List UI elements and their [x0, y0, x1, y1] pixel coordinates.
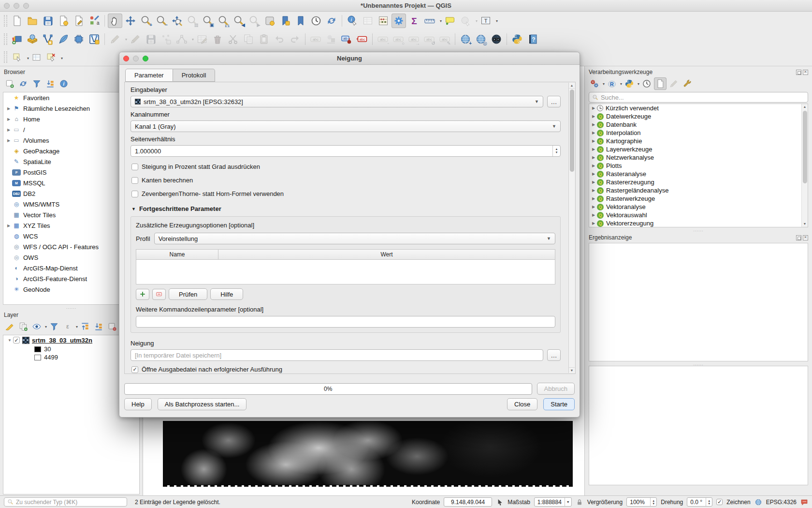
expand-arrow-icon[interactable]: ▶ [590, 213, 597, 217]
add-db-layer-button[interactable] [72, 32, 86, 46]
metasearch-new-button[interactable]: + [458, 32, 473, 46]
expand-arrow-icon[interactable]: ▶ [5, 128, 12, 132]
validate-button[interactable]: Prüfen [169, 288, 207, 300]
expand-arrow-icon[interactable]: ▶ [590, 221, 597, 225]
toolbar-drag-handle[interactable] [4, 33, 7, 45]
expand-arrow-icon[interactable]: ▶ [590, 164, 597, 168]
output-browse-button[interactable]: … [547, 349, 561, 361]
statistical-summary-button[interactable] [407, 14, 421, 28]
dialog-scrollbar[interactable]: ▲ ▼ [568, 83, 575, 373]
expand-arrow-icon[interactable]: ▶ [590, 180, 597, 184]
spin-arrows[interactable]: ▲▼ [552, 146, 560, 156]
scale-combo[interactable]: 1:888884 ▼ [534, 497, 572, 507]
scroll-down-arrow[interactable]: ▼ [569, 367, 575, 373]
processing-group[interactable]: ▶QVektorerzeugung [589, 219, 808, 227]
processing-group[interactable]: ▶QLayerwerkzeuge [589, 145, 808, 153]
zoom-out-button[interactable]: − [154, 14, 169, 28]
measure-button[interactable]: ▾ [422, 14, 442, 28]
open-output-checkbox[interactable]: ✓ [131, 366, 138, 373]
rotation-spinbox[interactable]: 0.0 ° ▲▼ [687, 497, 712, 507]
temporal-controller-button[interactable] [309, 14, 323, 28]
processing-group[interactable]: ▶QKartographie [589, 137, 808, 145]
processing-group[interactable]: ▶QPlotts [589, 162, 808, 170]
expand-arrow-icon[interactable]: ▶ [590, 205, 597, 209]
input-layer-combo[interactable]: srtm_38_03_utm32n [EPSG:32632] ▼ [130, 96, 543, 107]
collapse-all-button[interactable] [44, 77, 57, 90]
dropdown-arrow-icon[interactable]: ▾ [125, 37, 127, 42]
dropdown-arrow-icon[interactable]: ▾ [45, 325, 47, 329]
add-group-button[interactable] [17, 320, 29, 333]
new-print-layout-button[interactable] [56, 14, 71, 28]
processing-group[interactable]: ▶QInterpolation [589, 129, 808, 137]
expand-arrow-icon[interactable]: ▶ [5, 106, 12, 111]
r-scripts-button[interactable]: ▾ [606, 77, 622, 90]
zoom-full-button[interactable] [170, 14, 184, 28]
processing-group[interactable]: ▶QRastergeländeanalyse [589, 186, 808, 194]
highlight-pinned-labels-button[interactable] [355, 32, 369, 46]
expand-arrow-icon[interactable]: ▶ [590, 122, 597, 127]
processing-history-button[interactable] [640, 77, 653, 90]
dropdown-arrow-icon[interactable]: ▾ [638, 82, 639, 86]
collapse-arrow[interactable]: ▼ [6, 338, 13, 343]
pan-to-selection-button[interactable] [123, 14, 138, 28]
show-bookmarks-button[interactable] [293, 14, 308, 28]
processing-group[interactable]: ▶QDatenbank [589, 120, 808, 129]
identify-features-button[interactable] [345, 14, 360, 28]
pan-map-button[interactable] [108, 14, 122, 28]
expand-all-layers-button[interactable] [79, 320, 91, 333]
processing-group[interactable]: ▶QDateiwerkzeuge [589, 112, 808, 120]
select-features-button[interactable]: ▾ [10, 51, 29, 63]
expand-arrow-icon[interactable]: ▶ [590, 196, 597, 201]
collapse-all-layers-button[interactable] [92, 320, 105, 333]
add-vector-button[interactable] [41, 32, 55, 46]
spin-arrows[interactable]: ▲▼ [650, 498, 656, 506]
new-map-view-button[interactable] [262, 14, 277, 28]
dropdown-arrow-icon[interactable]: ▾ [496, 19, 498, 23]
add-option-button[interactable] [136, 289, 149, 300]
creation-help-button[interactable]: Hilfe [210, 288, 243, 300]
scrollbar-thumb[interactable] [803, 111, 807, 183]
processing-group[interactable]: ▶Kürzlich verwendet [589, 104, 808, 112]
toolbar-drag-handle[interactable] [4, 15, 7, 27]
run-button[interactable]: Starte [543, 398, 575, 410]
panel-splitter[interactable] [585, 227, 812, 232]
column-header-name[interactable]: Name [136, 250, 218, 259]
expand-arrow-icon[interactable]: ▶ [5, 224, 12, 228]
expand-arrow-icon[interactable]: ▶ [590, 139, 597, 143]
layer-visibility-checkbox[interactable]: ✓ [13, 337, 20, 344]
map-tips-button[interactable] [443, 14, 457, 28]
open-project-button[interactable] [25, 14, 40, 28]
band-combo[interactable]: Kanal 1 (Gray) ▼ [130, 120, 561, 132]
dropdown-arrow-icon[interactable]: ▾ [476, 19, 478, 23]
scroll-up-arrow[interactable]: ▲ [569, 83, 575, 89]
processing-group[interactable]: ▶QVektorauswahl [589, 211, 808, 219]
processing-options-button[interactable] [681, 77, 694, 90]
percent-checkbox[interactable] [131, 164, 138, 170]
extra-params-input[interactable] [136, 316, 555, 328]
scroll-up-arrow[interactable]: ▲ [802, 104, 808, 110]
zoom-in-button[interactable]: + [139, 14, 153, 28]
tab-protokoll[interactable]: Protokoll [173, 69, 216, 82]
expand-arrow-icon[interactable]: ▶ [590, 131, 597, 135]
undock-panel-icon[interactable] [796, 70, 801, 75]
help-button[interactable]: Help [124, 398, 152, 410]
processing-search-input[interactable]: Suche... [589, 92, 808, 103]
expand-arrow-icon[interactable]: ▶ [5, 138, 12, 143]
text-annotation-button[interactable]: ▾ [478, 14, 498, 28]
expand-arrow-icon[interactable]: ▶ [590, 188, 597, 193]
style-manager-button[interactable] [87, 14, 102, 28]
expand-arrow-icon[interactable]: ▶ [590, 172, 597, 176]
close-button[interactable]: Close [507, 398, 537, 410]
dropdown-arrow-icon[interactable]: ▾ [76, 325, 78, 329]
processing-scrollbar[interactable]: ▲ ▼ [801, 104, 808, 227]
deselect-all-button[interactable]: ▾ [44, 51, 63, 63]
expand-arrow-icon[interactable]: ▶ [590, 155, 597, 160]
python-scripts-button[interactable]: ▾ [623, 77, 639, 90]
cursor-position-icon[interactable] [496, 498, 504, 506]
render-checkbox[interactable]: ✓ [716, 499, 723, 505]
expand-arrow-icon[interactable]: ▶ [590, 147, 597, 151]
add-delimited-text-button[interactable] [56, 32, 71, 46]
processing-group[interactable]: ▶QNetzwerkanalyse [589, 153, 808, 162]
dropdown-arrow-icon[interactable]: ▾ [27, 56, 29, 60]
save-project-button[interactable] [41, 14, 55, 28]
